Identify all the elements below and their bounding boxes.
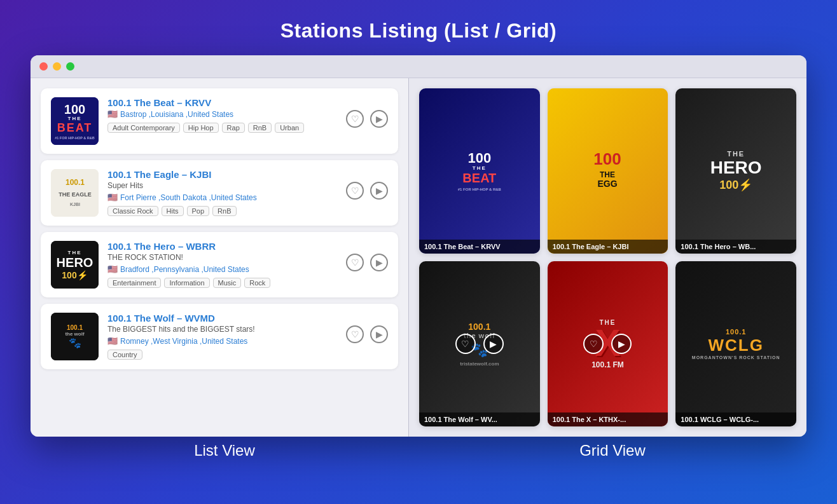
station-location-hero: 🇺🇸 Bradford ,Pennsylvania ,United States: [107, 264, 337, 274]
location-text-wolf: Romney ,West Virginia ,United States: [120, 337, 247, 346]
grid-img-beat: 100 THE BEAT #1 FOR HIP-HOP & R&B: [419, 88, 540, 254]
list-view-label: List View: [31, 442, 418, 460]
flag-icon-beat: 🇺🇸: [107, 109, 118, 119]
grid-card-label-wclg: 100.1 WCLG – WCLG-...: [675, 412, 796, 426]
station-card-hero[interactable]: THE HERO 100⚡ 100.1 The Hero – WBRR THE …: [41, 232, 398, 297]
grid-card-label-eagle: 100.1 The Eagle – KJBI: [548, 240, 668, 254]
tag: Pop: [187, 206, 210, 216]
grid-card-beat[interactable]: 100 THE BEAT #1 FOR HIP-HOP & R&B 100.1 …: [419, 88, 540, 254]
station-actions-hero: ♡ ▶: [346, 241, 388, 271]
tag: Information: [164, 278, 209, 288]
tags-beat: Adult Contemporary Hip Hop Rap RnB Urban: [107, 123, 337, 133]
titlebar: [31, 55, 806, 78]
maximize-button[interactable]: [66, 62, 74, 71]
grid-card-x[interactable]: THE X 100.1 FM ♡ ▶ 100.1 The X – KTHX-..…: [548, 261, 668, 426]
flag-icon-wolf: 🇺🇸: [107, 336, 118, 346]
station-info-beat: 100.1 The Beat – KRVV 🇺🇸 Bastrop ,Louisi…: [107, 97, 337, 133]
favorite-button-wolf[interactable]: ♡: [346, 325, 364, 343]
tag: Music: [213, 278, 242, 288]
play-button-wolf[interactable]: ▶: [370, 325, 388, 343]
flag-icon-hero: 🇺🇸: [107, 264, 118, 274]
favorite-button-beat[interactable]: ♡: [346, 110, 364, 128]
station-card-eagle[interactable]: 100.1 THE EAGLE KJBI 100.1 The Eagle – K…: [41, 160, 398, 226]
tag: Hip Hop: [183, 123, 219, 133]
tag: Entertainment: [107, 278, 161, 288]
main-window: 100 THE BEAT #1 FOR HIP-HOP & R&B 100.1 …: [31, 55, 806, 437]
svg-text:100: 100: [594, 149, 621, 168]
tag: Classic Rock: [107, 206, 158, 216]
station-card-wolf[interactable]: 100.1 the wolf 🐾 100.1 The Wolf – WVMD T…: [41, 304, 398, 369]
tag: RnB: [212, 206, 236, 216]
tag: Rock: [244, 278, 270, 288]
station-card-beat[interactable]: 100 THE BEAT #1 FOR HIP-HOP & R&B 100.1 …: [41, 88, 398, 154]
station-location-beat: 🇺🇸 Bastrop ,Louisiana ,United States: [107, 109, 337, 119]
grid-view-panel: 100 THE BEAT #1 FOR HIP-HOP & R&B 100.1 …: [409, 78, 806, 437]
play-button-eagle[interactable]: ▶: [370, 182, 388, 200]
location-text-beat: Bastrop ,Louisiana ,United States: [120, 110, 233, 119]
svg-text:THE: THE: [600, 170, 615, 179]
station-info-eagle: 100.1 The Eagle – KJBI Super Hits 🇺🇸 For…: [107, 169, 337, 216]
location-text-eagle: Fort Pierre ,South Dakota ,United States: [120, 193, 257, 202]
grid-card-overlay-wolf: ♡ ▶: [455, 334, 504, 354]
grid-favorite-x[interactable]: ♡: [583, 334, 604, 354]
list-view-panel: 100 THE BEAT #1 FOR HIP-HOP & R&B 100.1 …: [31, 78, 409, 437]
tags-wolf: Country: [107, 350, 337, 360]
tag: Country: [107, 350, 142, 360]
grid-card-hero[interactable]: THE HERO 100⚡ 100.1 The Hero – WB...: [675, 88, 796, 254]
tag: Adult Contemporary: [107, 123, 180, 133]
location-text-hero: Bradford ,Pennsylvania ,United States: [120, 265, 249, 274]
station-logo-hero: THE HERO 100⚡: [51, 241, 99, 289]
grid-img-wclg: 100.1 WCLG MORGANTOWN'S ROCK STATION: [675, 261, 796, 426]
station-actions-eagle: ♡ ▶: [346, 169, 388, 200]
grid-card-label-hero: 100.1 The Hero – WB...: [675, 240, 796, 254]
grid-card-label-wolf: 100.1 The Wolf – WV...: [419, 412, 540, 426]
grid-card-label-beat: 100.1 The Beat – KRVV: [419, 240, 540, 254]
station-logo-eagle: 100.1 THE EAGLE KJBI: [51, 169, 99, 217]
play-button-beat[interactable]: ▶: [370, 110, 388, 128]
station-tagline-hero: THE ROCK STATION!: [107, 253, 337, 262]
grid-view-label: Grid View: [418, 442, 806, 460]
station-logo-beat: 100 THE BEAT #1 FOR HIP-HOP & R&B: [51, 97, 99, 145]
station-tagline-eagle: Super Hits: [107, 181, 337, 190]
tag: RnB: [248, 123, 272, 133]
station-actions-beat: ♡ ▶: [346, 97, 388, 128]
grid-card-label-x: 100.1 The X – KTHX-...: [548, 412, 668, 426]
tags-hero: Entertainment Information Music Rock: [107, 278, 337, 288]
station-info-wolf: 100.1 The Wolf – WVMD The BIGGEST hits a…: [107, 313, 337, 360]
grid-favorite-wolf[interactable]: ♡: [455, 334, 476, 354]
station-info-hero: 100.1 The Hero – WBRR THE ROCK STATION! …: [107, 241, 337, 288]
station-name-beat: 100.1 The Beat – KRVV: [107, 97, 337, 108]
tag: Urban: [275, 123, 304, 133]
station-logo-wolf: 100.1 the wolf 🐾: [51, 313, 99, 360]
grid-card-eagle[interactable]: 100 THE EGG 100.1 The Eagle – KJBI: [548, 88, 668, 254]
tags-eagle: Classic Rock Hits Pop RnB: [107, 206, 337, 216]
station-name-eagle: 100.1 The Eagle – KJBI: [107, 169, 337, 180]
favorite-button-eagle[interactable]: ♡: [346, 182, 364, 200]
station-location-wolf: 🇺🇸 Romney ,West Virginia ,United States: [107, 336, 337, 346]
close-button[interactable]: [39, 62, 48, 71]
grid-card-overlay-x: ♡ ▶: [583, 334, 632, 354]
grid-card-wclg[interactable]: 100.1 WCLG MORGANTOWN'S ROCK STATION 100…: [675, 261, 796, 426]
grid-card-wolf[interactable]: 100.1 the wolf 🐾 tristatewolf.com ♡ ▶ 10…: [419, 261, 540, 426]
flag-icon-eagle: 🇺🇸: [107, 193, 118, 202]
svg-text:KJBI: KJBI: [70, 202, 80, 207]
station-name-wolf: 100.1 The Wolf – WVMD: [107, 313, 337, 324]
minimize-button[interactable]: [53, 62, 61, 71]
station-name-hero: 100.1 The Hero – WBRR: [107, 241, 337, 252]
svg-text:100.1: 100.1: [65, 178, 84, 187]
svg-text:THE EAGLE: THE EAGLE: [59, 191, 92, 198]
grid-img-hero: THE HERO 100⚡: [675, 88, 796, 254]
svg-text:EGG: EGG: [598, 179, 618, 189]
play-button-hero[interactable]: ▶: [370, 254, 388, 271]
station-location-eagle: 🇺🇸 Fort Pierre ,South Dakota ,United Sta…: [107, 193, 337, 202]
station-actions-wolf: ♡ ▶: [346, 313, 388, 343]
favorite-button-hero[interactable]: ♡: [346, 254, 364, 271]
grid-play-x[interactable]: ▶: [611, 334, 632, 354]
view-labels: List View Grid View: [31, 442, 806, 460]
tag: Rap: [222, 123, 245, 133]
window-content: 100 THE BEAT #1 FOR HIP-HOP & R&B 100.1 …: [31, 78, 806, 437]
tag: Hits: [162, 206, 184, 216]
grid-play-wolf[interactable]: ▶: [483, 334, 504, 354]
station-tagline-wolf: The BIGGEST hits and the BIGGEST stars!: [107, 325, 337, 334]
grid-img-eagle: 100 THE EGG: [548, 88, 668, 254]
